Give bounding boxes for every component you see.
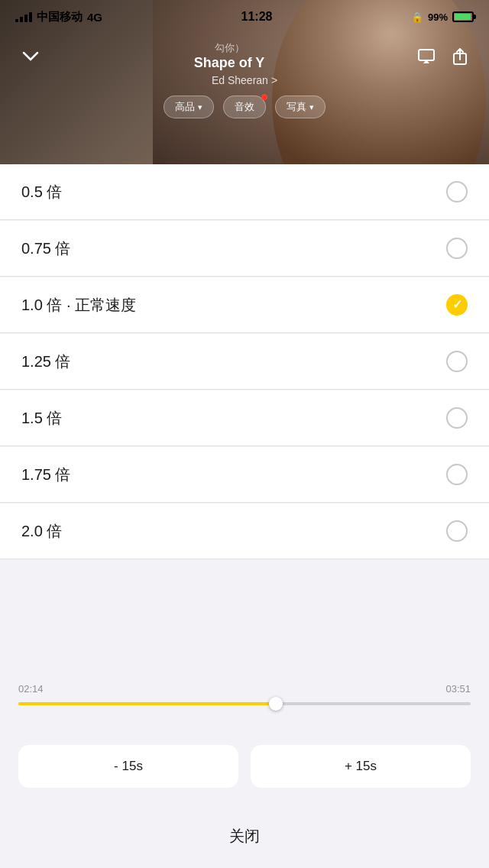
progress-fill [18,702,276,705]
rewind-button[interactable]: - 15s [18,745,238,788]
speed-option-2.0[interactable]: 2.0 倍 [0,504,489,559]
photo-button[interactable]: 写真 ▾ [275,96,325,118]
current-time: 02:14 [18,683,44,695]
status-left: 中国移动 4G [15,10,102,24]
radio-circle [446,520,468,542]
song-title-area: 勾你） Shape of Y [43,41,416,71]
action-buttons: - 15s + 15s [18,745,471,788]
radio-circle [446,407,468,429]
forward-button[interactable]: + 15s [251,745,471,788]
radio-circle [446,351,468,372]
artist-arrow: > [271,74,277,86]
radio-circle [446,464,468,485]
close-button[interactable]: 关闭 [229,826,260,847]
battery-icon [452,11,474,22]
airplay-button[interactable] [416,46,437,67]
speed-option-1.0[interactable]: 1.0 倍 · 正常速度 [0,277,489,333]
radio-circle [446,181,468,202]
share-button[interactable] [449,46,471,67]
nav-icons [416,46,471,67]
radio-circle [446,238,468,259]
collapse-button[interactable] [18,44,43,69]
speed-panel: 0.5 倍0.75 倍1.0 倍 · 正常速度1.25 倍1.5 倍1.75 倍… [0,164,489,868]
lock-icon: 🔒 [411,11,423,23]
prev-title: 勾你） [43,41,416,55]
status-bar: 中国移动 4G 11:28 🔒 99% [0,0,489,34]
signal-icon [15,12,32,22]
speed-list: 0.5 倍0.75 倍1.0 倍 · 正常速度1.25 倍1.5 倍1.75 倍… [0,164,489,559]
status-time: 11:28 [241,10,273,24]
speed-option-1.25[interactable]: 1.25 倍 [0,334,489,390]
quality-controls: 高品 ▾ 音效 写真 ▾ [164,96,325,118]
speed-label: 1.25 倍 [21,351,70,372]
progress-bar[interactable] [18,702,471,705]
battery-percent: 99% [428,11,448,23]
quality-button[interactable]: 高品 ▾ [164,96,214,118]
song-title: Shape of Y [43,55,416,71]
speed-label: 1.5 倍 [21,408,62,429]
speed-option-1.75[interactable]: 1.75 倍 [0,447,489,503]
effect-button[interactable]: 音效 [223,96,266,118]
speed-label: 2.0 倍 [21,521,62,542]
speed-label: 1.75 倍 [21,465,70,485]
network-label: 4G [87,11,102,24]
speed-option-0.5[interactable]: 0.5 倍 [0,164,489,220]
player-header: 勾你） Shape of Y Ed Sheeran > 高品 ▾ [0,34,489,168]
status-right: 🔒 99% [411,11,474,23]
speed-label: 0.75 倍 [21,238,70,259]
progress-thumb[interactable] [269,697,283,711]
time-labels: 02:14 03:51 [18,683,471,695]
radio-circle [446,294,468,316]
speed-option-1.5[interactable]: 1.5 倍 [0,390,489,446]
effect-dot [261,94,267,100]
total-time: 03:51 [445,683,471,695]
artist-name[interactable]: Ed Sheeran > [212,74,277,86]
player-nav: 勾你） Shape of Y [0,41,489,71]
speed-label: 1.0 倍 · 正常速度 [21,295,136,316]
progress-area: 02:14 03:51 [0,671,489,719]
speed-label: 0.5 倍 [21,182,62,202]
speed-option-0.75[interactable]: 0.75 倍 [0,221,489,277]
close-area: 关闭 [0,826,489,847]
carrier-label: 中国移动 [37,10,83,24]
svg-rect-0 [419,50,434,60]
